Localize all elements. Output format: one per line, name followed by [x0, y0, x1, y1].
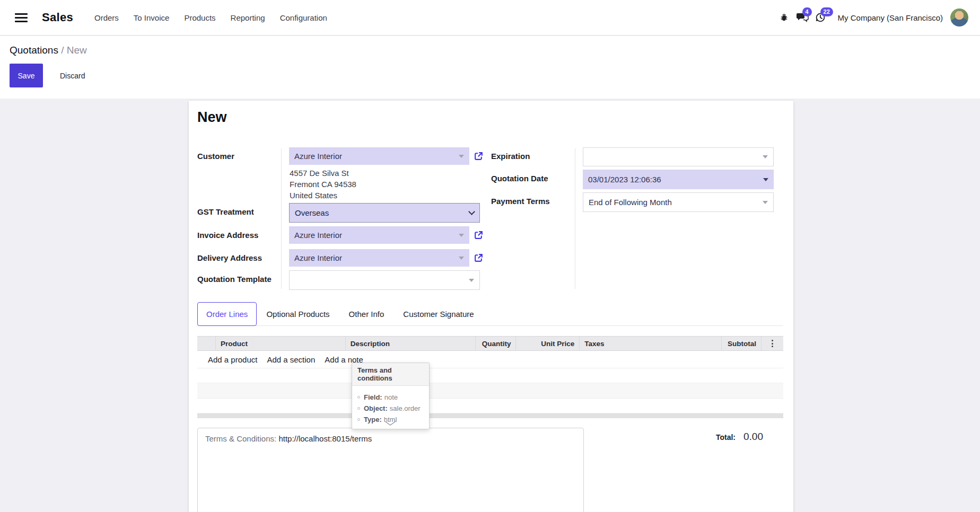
quotation-template-row: Quotation Template: [197, 270, 491, 290]
customer-external-link-icon[interactable]: [474, 151, 484, 161]
invoice-address-row: Invoice Address Azure Interior: [197, 226, 491, 244]
gst-treatment-label: GST Treatment: [197, 203, 281, 223]
apps-menu-icon[interactable]: [15, 13, 28, 22]
tab-optional-products[interactable]: Optional Products: [257, 303, 339, 325]
breadcrumb-quotations[interactable]: Quotations: [10, 45, 58, 56]
breadcrumb-current: New: [67, 45, 87, 56]
column-subtotal: Subtotal: [721, 337, 761, 350]
address-city: Fremont CA 94538: [290, 179, 484, 190]
delivery-address-value: Azure Interior: [294, 253, 342, 262]
caret-down-icon: [469, 279, 474, 282]
expiration-field[interactable]: [583, 147, 774, 166]
form-grid: Customer Azure Interior: [189, 147, 793, 290]
menu-products[interactable]: Products: [177, 8, 223, 28]
order-lines-table: Product Description Quantity Unit Price …: [197, 336, 783, 418]
quotation-date-label: Quotation Date: [491, 170, 575, 189]
terms-url: http://localhost:8015/terms: [278, 434, 372, 443]
quotation-date-value: 03/01/2023 12:06:36: [588, 175, 661, 184]
app-title[interactable]: Sales: [42, 11, 73, 24]
company-switcher[interactable]: My Company (San Francisco): [838, 13, 943, 22]
chevron-down-icon: [468, 208, 475, 215]
caret-down-icon: [763, 178, 768, 181]
menu-configuration[interactable]: Configuration: [273, 8, 335, 28]
form-right-column: Expiration Quotation Date 03/01/: [491, 147, 785, 290]
quotation-template-label: Quotation Template: [197, 270, 281, 290]
caret-down-icon: [459, 155, 464, 158]
invoice-address-label: Invoice Address: [197, 226, 281, 244]
add-a-section-link[interactable]: Add a section: [267, 355, 315, 364]
debug-bug-icon[interactable]: [775, 9, 793, 26]
total-block: Total: 0.00: [716, 428, 763, 443]
save-button[interactable]: Save: [10, 64, 43, 87]
column-unit-price: Unit Price: [515, 337, 579, 350]
user-avatar[interactable]: [950, 8, 968, 27]
delivery-address-field[interactable]: Azure Interior: [289, 249, 469, 267]
tooltip-object-item: Object: sale.order: [357, 404, 424, 412]
activities-clock-icon[interactable]: 22: [811, 9, 829, 26]
bullet-icon: [357, 396, 360, 399]
tooltip-field-item: Field: note: [357, 393, 424, 401]
order-lines-header: Product Description Quantity Unit Price …: [197, 336, 783, 351]
discard-button[interactable]: Discard: [57, 64, 88, 87]
quotation-date-row: Quotation Date 03/01/2023 12:06:36: [491, 170, 785, 189]
payment-terms-row: Payment Terms End of Following Month: [491, 192, 785, 212]
total-value: 0.00: [743, 431, 763, 443]
breadcrumb-separator: /: [61, 45, 64, 56]
invoice-address-external-link-icon[interactable]: [474, 230, 484, 240]
quotation-template-field[interactable]: [289, 270, 480, 290]
form-left-column: Customer Azure Interior: [197, 147, 491, 290]
tab-other-info[interactable]: Other Info: [339, 303, 394, 325]
quotation-form-sheet: New Customer Azure Interior: [189, 101, 793, 512]
delivery-address-label: Delivery Address: [197, 249, 281, 267]
notebook-tabs: Order Lines Optional Products Other Info…: [197, 302, 783, 326]
bullet-icon: [357, 418, 360, 421]
tab-order-lines[interactable]: Order Lines: [197, 302, 257, 326]
messages-count-badge: 4: [802, 7, 812, 16]
terms-and-conditions-field[interactable]: Terms & Conditions: http://localhost:801…: [197, 428, 584, 512]
gst-treatment-select[interactable]: Overseas: [289, 203, 480, 223]
payment-terms-label: Payment Terms: [491, 192, 575, 212]
column-taxes: Taxes: [579, 337, 721, 350]
delivery-address-row: Delivery Address Azure Interior: [197, 249, 491, 267]
table-row: [197, 383, 783, 399]
address-country: United States: [290, 190, 484, 201]
gst-treatment-row: GST Treatment Overseas: [197, 203, 491, 223]
table-row: [197, 368, 783, 383]
table-row: Add a product Add a section Add a note: [197, 351, 783, 368]
quotation-date-field[interactable]: 03/01/2023 12:06:36: [583, 170, 774, 189]
record-title: New: [197, 109, 793, 126]
add-a-product-link[interactable]: Add a product: [208, 355, 257, 364]
column-description: Description: [345, 337, 475, 350]
main-menu: Orders To Invoice Products Reporting Con…: [87, 8, 335, 28]
activities-count-badge: 22: [820, 7, 833, 16]
address-street: 4557 De Silva St: [290, 167, 484, 179]
caret-down-icon: [763, 201, 768, 204]
menu-orders[interactable]: Orders: [87, 8, 126, 28]
horizontal-scrollbar[interactable]: [197, 413, 783, 418]
tab-customer-signature[interactable]: Customer Signature: [393, 303, 483, 325]
navbar-right: 4 22 My Company (San Francisco): [775, 8, 968, 27]
customer-label: Customer: [197, 147, 281, 202]
invoice-address-value: Azure Interior: [294, 231, 342, 240]
content-area: New Customer Azure Interior: [0, 99, 980, 512]
top-navbar: Sales Orders To Invoice Products Reporti…: [0, 0, 980, 36]
customer-field[interactable]: Azure Interior: [289, 147, 469, 165]
messages-icon[interactable]: 4: [793, 9, 811, 26]
gst-treatment-value: Overseas: [295, 208, 329, 217]
terms-label: Terms & Conditions:: [205, 434, 276, 443]
payment-terms-field[interactable]: End of Following Month: [583, 192, 774, 212]
column-product: Product: [215, 337, 345, 350]
menu-to-invoice[interactable]: To Invoice: [126, 8, 177, 28]
total-label: Total:: [716, 433, 736, 442]
caret-down-icon: [459, 257, 464, 260]
row-handle-column: [197, 337, 215, 350]
page: Sales Orders To Invoice Products Reporti…: [0, 0, 980, 512]
breadcrumb: Quotations / New: [10, 45, 87, 56]
optional-columns-kebab-icon[interactable]: [761, 337, 783, 350]
menu-reporting[interactable]: Reporting: [223, 8, 273, 28]
sheet-footer: Terms & Conditions: http://localhost:801…: [197, 428, 783, 512]
delivery-address-external-link-icon[interactable]: [474, 253, 484, 263]
invoice-address-field[interactable]: Azure Interior: [289, 226, 469, 244]
action-buttons: Save Discard: [10, 64, 88, 87]
customer-row: Customer Azure Interior: [197, 147, 491, 202]
